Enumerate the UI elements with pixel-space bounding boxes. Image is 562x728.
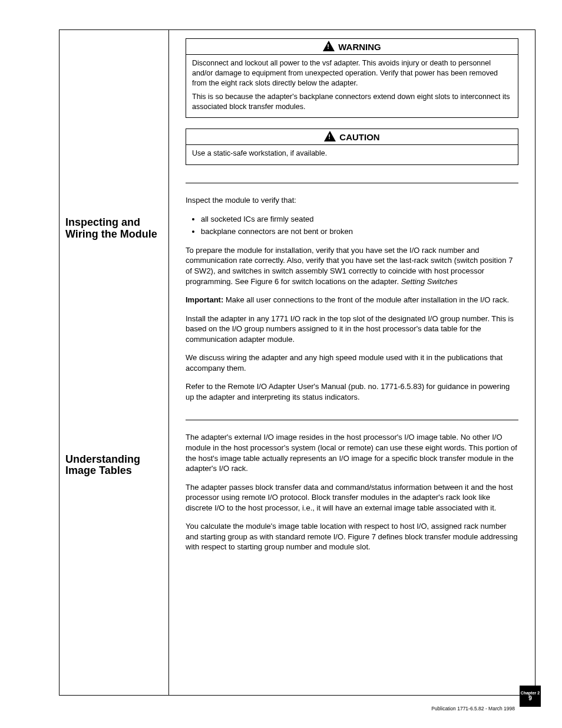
sidebar-heading-image-tables: Understanding Image Tables: [65, 454, 161, 477]
publication-info: Publication 1771-6.5.82 - March 1998: [431, 706, 515, 711]
section-image-tables: The adapter's external I/O image resides…: [186, 420, 518, 552]
paragraph: We discuss wiring the adapter and any hi…: [186, 353, 518, 373]
paragraph: To prepare the module for installation, …: [186, 245, 518, 286]
paragraph: Install the adapter in any 1771 I/O rack…: [186, 314, 518, 345]
paragraph: Refer to the Remote I/O Adapter User's M…: [186, 381, 518, 402]
warning-text-1: Disconnect and lockout all power to the …: [192, 58, 512, 88]
text: Wiring the Module: [65, 228, 157, 240]
sidebar-heading-inspecting: Inspecting and Wiring the Module: [65, 217, 161, 241]
paragraph: The adapter passes block transfer data a…: [186, 482, 518, 513]
caution-body: Use a static-safe workstation, if availa…: [186, 145, 518, 164]
page: Inspecting and Wiring the Module Underst…: [0, 0, 562, 728]
page-number: 9: [528, 695, 532, 701]
text: Inspecting and: [65, 216, 140, 228]
intro-paragraph: Inspect the module to verify that:: [186, 195, 518, 206]
chapter-label: Chapter 2: [521, 691, 540, 696]
important-label: Important:: [186, 295, 223, 304]
paragraph: You calculate the module's image table l…: [186, 521, 518, 552]
page-number-badge: Chapter 2 9: [520, 686, 541, 707]
bullet-item: all socketed ICs are firmly seated: [201, 214, 518, 225]
caution-text: Use a static-safe workstation, if availa…: [192, 149, 327, 157]
text: Image Tables: [65, 465, 132, 476]
content-frame: Inspecting and Wiring the Module Underst…: [59, 29, 535, 696]
warning-header: WARNING: [186, 39, 518, 55]
section-inspecting: Inspect the module to verify that: all s…: [186, 183, 518, 402]
caution-icon: [324, 131, 336, 141]
warning-box: WARNING Disconnect and lockout all power…: [186, 38, 518, 118]
caution-label: CAUTION: [339, 132, 379, 142]
text: Understanding: [65, 453, 140, 465]
italic-text: Setting Switches: [401, 277, 458, 286]
inspection-bullets: all socketed ICs are firmly seated backp…: [186, 214, 518, 237]
warning-text-2: This is so because the adapter's backpla…: [192, 92, 512, 112]
warning-label: WARNING: [338, 42, 381, 52]
text: To prepare the module for installation, …: [186, 246, 513, 286]
warning-body: Disconnect and lockout all power to the …: [186, 55, 518, 117]
paragraph: The adapter's external I/O image resides…: [186, 432, 518, 473]
sidebar: Inspecting and Wiring the Module Underst…: [59, 30, 169, 695]
warning-icon: [323, 41, 335, 51]
page-footer: Publication 1771-6.5.82 - March 1998: [59, 706, 515, 711]
text: Make all user connections to the front o…: [223, 295, 509, 304]
caution-box: CAUTION Use a static-safe workstation, i…: [186, 129, 518, 165]
main-content: WARNING Disconnect and lockout all power…: [169, 30, 535, 695]
paragraph-important: Important: Make all user connections to …: [186, 295, 518, 305]
caution-header: CAUTION: [186, 129, 518, 145]
bullet-item: backplane connectors are not bent or bro…: [201, 226, 518, 237]
